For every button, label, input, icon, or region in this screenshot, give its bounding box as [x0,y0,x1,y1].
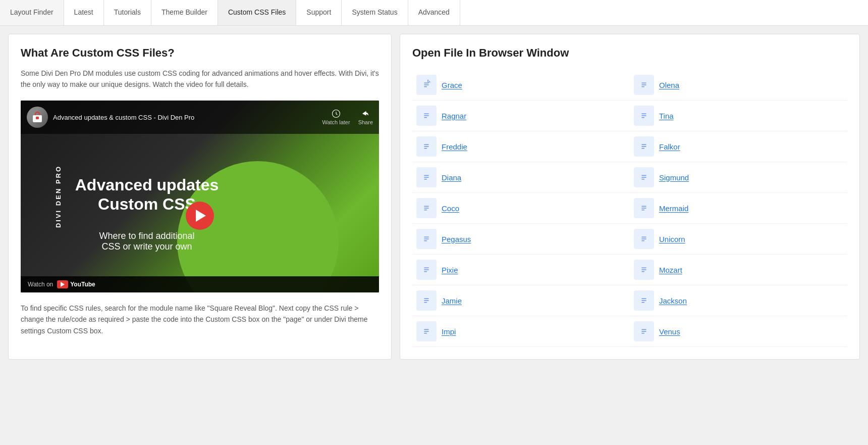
tab-support[interactable]: Support [296,0,342,25]
file-item-unicorn[interactable]: Unicorn [630,224,847,255]
avatar [27,107,48,128]
file-item-jamie[interactable]: Jamie [412,285,630,316]
document-lines-icon [421,295,432,306]
file-name[interactable]: Coco [442,204,459,213]
document-lines-icon [638,264,649,275]
share-button[interactable]: Share [358,109,373,125]
watch-later-button[interactable]: Watch later [322,109,350,125]
document-lines-icon [421,264,432,275]
tab-theme-builder[interactable]: Theme Builder [151,0,218,25]
file-name[interactable]: Impi [442,327,456,336]
vertical-brand-text: DIVI DEN PRO [55,165,62,228]
file-name[interactable]: Falkor [659,142,680,151]
file-icon [634,75,654,95]
watch-on-text: Watch on [28,281,53,288]
document-lines-icon [638,141,649,152]
file-item-tina[interactable]: Tina [630,101,847,131]
file-icon [634,136,654,157]
file-item-pegasus[interactable]: Pegasus [412,224,630,255]
file-icon [416,75,437,95]
document-lines-icon [421,326,432,337]
file-name[interactable]: Mozart [659,266,682,274]
youtube-label: YouTube [70,281,95,288]
file-name[interactable]: Grace [442,81,462,89]
play-btn-circle[interactable] [186,202,214,230]
file-icon [634,229,654,249]
tab-layout-finder[interactable]: Layout Finder [0,0,64,25]
file-name[interactable]: Sigmund [659,173,689,182]
video-header: Advanced updates & custom CSS - Divi Den… [21,101,379,134]
file-icon [634,106,654,126]
main-content: What Are Custom CSS Files? Some Divi Den… [0,26,868,368]
file-item-mermaid[interactable]: Mermaid [630,193,847,224]
right-panel: Open File In Browser Window Grace [400,34,860,360]
file-name[interactable]: Freddie [442,142,467,151]
youtube-play-icon [61,282,65,287]
file-name[interactable]: Diana [442,173,461,182]
document-lines-icon [638,203,649,214]
file-name[interactable]: Pegasus [442,235,471,243]
document-lines-icon [638,172,649,183]
share-icon [361,109,370,118]
watch-later-label: Watch later [322,119,350,125]
file-name[interactable]: Mermaid [659,204,688,213]
file-name[interactable]: Tina [659,112,674,120]
file-item-venus[interactable]: Venus [630,316,847,347]
file-item-ragnar[interactable]: Ragnar [412,101,630,131]
file-icon [416,136,437,157]
file-item-pixie[interactable]: Pixie [412,255,630,285]
file-item-falkor[interactable]: Falkor [630,131,847,162]
file-icon [634,321,654,341]
tab-tutorials[interactable]: Tutorials [104,0,151,25]
file-name[interactable]: Olena [659,81,679,89]
file-icon [416,106,437,126]
file-icon [634,198,654,218]
file-icon [416,321,437,341]
document-lines-icon [421,79,432,90]
document-lines-icon [638,110,649,121]
file-name[interactable]: Pixie [442,266,458,274]
file-name[interactable]: Jackson [659,296,687,305]
file-icon [416,290,437,311]
file-name[interactable]: Unicorn [659,235,685,243]
play-triangle-icon [196,210,206,222]
document-lines-icon [638,295,649,306]
youtube-logo[interactable]: YouTube [57,280,95,288]
file-item-freddie[interactable]: Freddie [412,131,630,162]
document-lines-icon [421,141,432,152]
bottom-description: To find specific CSS rules, search for t… [21,303,379,336]
file-name[interactable]: Ragnar [442,112,466,120]
file-grid: Grace Olena [412,70,847,347]
file-item-diana[interactable]: Diana [412,162,630,193]
file-item-sigmund[interactable]: Sigmund [630,162,847,193]
file-name[interactable]: Venus [659,327,680,336]
play-button[interactable] [186,202,214,230]
file-name[interactable]: Jamie [442,296,462,305]
file-icon [416,260,437,280]
video-controls: Watch later Share [322,109,373,125]
file-icon [634,290,654,311]
svg-rect-1 [36,117,39,119]
document-lines-icon [638,233,649,244]
file-item-grace[interactable]: Grace [412,70,630,101]
video-container[interactable]: Advanced updates & custom CSS - Divi Den… [21,101,379,292]
document-lines-icon [421,110,432,121]
youtube-icon [57,280,68,288]
file-item-mozart[interactable]: Mozart [630,255,847,285]
right-panel-title: Open File In Browser Window [412,46,847,60]
document-lines-icon [638,79,649,90]
left-panel: What Are Custom CSS Files? Some Divi Den… [8,34,392,360]
watch-later-icon [332,109,341,118]
file-item-jackson[interactable]: Jackson [630,285,847,316]
file-item-olena[interactable]: Olena [630,70,847,101]
tab-system-status[interactable]: System Status [342,0,408,25]
tab-advanced[interactable]: Advanced [408,0,460,25]
tab-custom-css-files[interactable]: Custom CSS Files [218,0,296,25]
file-item-coco[interactable]: Coco [412,193,630,224]
left-panel-title: What Are Custom CSS Files? [21,46,379,60]
tab-bar: Layout Finder Latest Tutorials Theme Bui… [0,0,868,26]
document-lines-icon [421,172,432,183]
file-item-impi[interactable]: Impi [412,316,630,347]
tab-latest[interactable]: Latest [64,0,104,25]
file-icon [634,260,654,280]
